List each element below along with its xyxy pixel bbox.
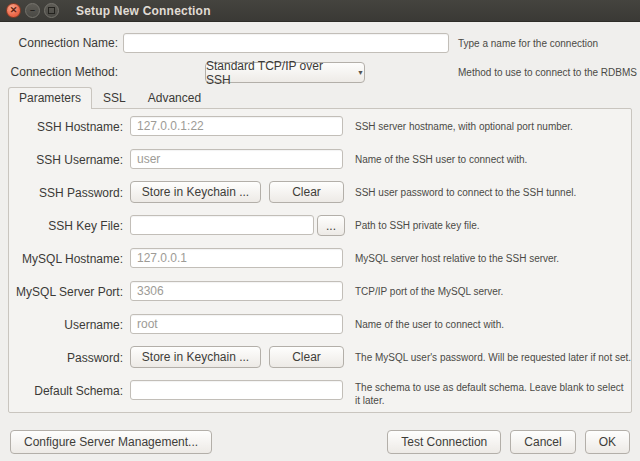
ssh-keyfile-label: SSH Key File: [9,219,123,233]
default-schema-row: Default Schema: The schema to use as def… [9,380,631,401]
default-schema-hint: The schema to use as default schema. Lea… [355,381,627,407]
connection-name-hint: Type a name for the connection [458,38,598,49]
dialog-footer: Configure Server Management... Test Conn… [0,430,640,454]
ssh-keyfile-row: SSH Key File: ... Path to SSH private ke… [9,215,631,236]
connection-method-label: Connection Method: [0,65,118,79]
mysql-hostname-input[interactable] [130,248,343,268]
ssh-hostname-label: SSH Hostname: [9,120,123,134]
username-row: Username: Name of the user to connect wi… [9,314,631,335]
ssh-password-label: SSH Password: [9,186,123,200]
ssh-hostname-input[interactable] [130,116,343,136]
close-icon: ✕ [10,6,18,15]
ssh-hostname-row: SSH Hostname: SSH server hostname, with … [9,116,631,137]
ssh-username-label: SSH Username: [9,153,123,167]
configure-server-management-button[interactable]: Configure Server Management... [10,430,212,454]
default-schema-input[interactable] [130,380,343,400]
tab-ssl[interactable]: SSL [92,87,137,108]
mysql-hostname-label: MySQL Hostname: [9,252,123,266]
maximize-icon [48,7,55,14]
ssh-keyfile-input[interactable] [130,215,314,235]
tab-parameters[interactable]: Parameters [8,87,92,109]
password-label: Password: [9,351,123,365]
ssh-password-store-keychain-button[interactable]: Store in Keychain ... [130,181,261,203]
default-schema-label: Default Schema: [9,384,123,398]
connection-method-hint: Method to use to connect to the RDBMS [458,67,637,78]
test-connection-button[interactable]: Test Connection [387,430,501,454]
password-store-keychain-button[interactable]: Store in Keychain ... [130,346,261,368]
ssh-username-input[interactable] [130,149,343,169]
ok-button[interactable]: OK [585,430,630,454]
chevron-down-icon: ▼ [357,69,364,76]
password-row: Password: Store in Keychain ... Clear Th… [9,347,631,368]
mysql-port-label: MySQL Server Port: [9,285,123,299]
ssh-keyfile-browse-button[interactable]: ... [317,215,345,236]
connection-name-input[interactable] [123,33,449,53]
connection-name-row: Connection Name: Type a name for the con… [0,33,640,53]
connection-method-value: Standard TCP/IP over SSH [206,59,350,87]
username-input[interactable] [130,314,343,334]
ssh-password-hint: SSH user password to connect to the SSH … [355,187,576,198]
maximize-button[interactable] [44,3,59,18]
footer-right-group: Test Connection Cancel OK [387,430,630,454]
username-label: Username: [9,318,123,332]
minimize-icon: – [30,6,35,15]
ssh-password-clear-button[interactable]: Clear [269,181,344,203]
close-button[interactable]: ✕ [6,3,21,18]
cancel-button[interactable]: Cancel [510,430,575,454]
mysql-hostname-row: MySQL Hostname: MySQL server host relati… [9,248,631,269]
ssh-password-row: SSH Password: Store in Keychain ... Clea… [9,182,631,203]
connection-method-select[interactable]: Standard TCP/IP over SSH ▼ [205,62,365,83]
password-clear-button[interactable]: Clear [269,346,344,368]
mysql-port-hint: TCP/IP port of the MySQL server. [355,286,503,297]
mysql-hostname-hint: MySQL server host relative to the SSH se… [355,253,559,264]
ssh-hostname-hint: SSH server hostname, with optional port … [355,121,573,132]
connection-method-row: Connection Method: Standard TCP/IP over … [0,62,640,82]
tab-bar: Parameters SSL Advanced [8,87,640,108]
ssh-keyfile-hint: Path to SSH private key file. [355,220,480,231]
minimize-button[interactable]: – [25,3,40,18]
window-title: Setup New Connection [76,4,211,18]
ssh-username-hint: Name of the SSH user to connect with. [355,154,527,165]
tab-advanced[interactable]: Advanced [137,87,212,108]
mysql-port-row: MySQL Server Port: TCP/IP port of the My… [9,281,631,302]
ssh-username-row: SSH Username: Name of the SSH user to co… [9,149,631,170]
username-hint: Name of the user to connect with. [355,319,504,330]
mysql-port-input[interactable] [130,281,343,301]
window-titlebar: ✕ – Setup New Connection [0,0,640,22]
password-hint: The MySQL user's password. Will be reque… [355,352,631,363]
connection-name-label: Connection Name: [0,36,118,50]
parameters-panel: SSH Hostname: SSH server hostname, with … [8,108,632,413]
